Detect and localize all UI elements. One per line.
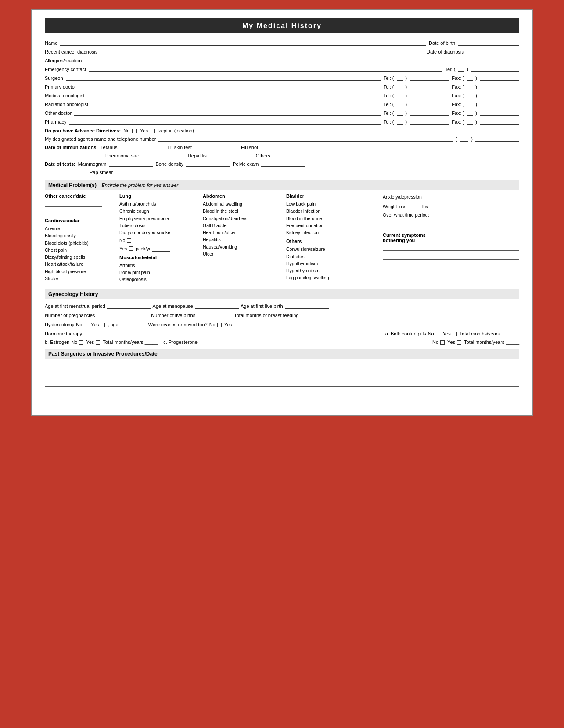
other-doc-tel[interactable] xyxy=(410,110,449,116)
agent-tel-input[interactable] xyxy=(475,136,519,142)
birth-no-checkbox[interactable] xyxy=(436,332,440,336)
bone-input[interactable] xyxy=(186,161,230,167)
list-item: Diabetes xyxy=(286,253,378,260)
pelvic-input[interactable] xyxy=(261,161,305,167)
prog-no-checkbox[interactable] xyxy=(440,340,445,345)
gyn-row1: Age at first menstrual period Age at men… xyxy=(45,303,519,309)
smoke-yes-checkbox[interactable] xyxy=(129,246,133,251)
prog-yes-checkbox[interactable] xyxy=(457,340,461,345)
agent-name-input[interactable] xyxy=(158,136,453,142)
advance-yes-checkbox[interactable] xyxy=(151,129,155,133)
list-item: Dizzy/fainting spells xyxy=(45,253,115,261)
symptom-line-2[interactable] xyxy=(383,253,519,260)
list-item: Bladder infection xyxy=(286,207,378,214)
advance-row: Do you have Advance Directives: No Yes k… xyxy=(45,127,519,133)
rad-onco-fax[interactable] xyxy=(480,101,519,107)
other-doc-fax[interactable] xyxy=(480,110,519,116)
surgery-line-3[interactable] xyxy=(45,390,519,398)
dod-input[interactable] xyxy=(467,48,519,54)
gyn-row4: Hormone therapy: a. Birth control pills … xyxy=(45,330,519,336)
med-onco-row: Medical oncologist Tel: ( ) Fax: ( ) xyxy=(45,92,519,98)
dob-input[interactable] xyxy=(458,39,519,46)
hepatitis-input[interactable] xyxy=(209,152,253,158)
menstrual-input[interactable] xyxy=(107,303,151,309)
smoke-pack-input[interactable] xyxy=(152,246,170,252)
live-births-input[interactable] xyxy=(197,312,232,318)
over-time-label: Over what time period: xyxy=(383,211,519,218)
hyst-yes-checkbox[interactable] xyxy=(101,323,105,327)
primary-fax[interactable] xyxy=(480,83,519,89)
surgeon-fax[interactable] xyxy=(480,75,519,81)
rad-onco-tel[interactable] xyxy=(410,101,449,107)
tetanus-label: Tetanus xyxy=(101,145,118,150)
rad-onco-input[interactable] xyxy=(91,101,381,107)
pap-input[interactable] xyxy=(115,169,159,175)
list-item: Convulsion/seizure xyxy=(286,246,378,253)
breastfeeding-input[interactable] xyxy=(301,312,323,318)
pelvic-label: Pelvic exam xyxy=(233,161,259,167)
estrogen-yes-checkbox[interactable] xyxy=(96,340,100,345)
symptom-line-3[interactable] xyxy=(383,262,519,268)
ovaries-yes-checkbox[interactable] xyxy=(234,323,238,327)
advance-location-input[interactable] xyxy=(197,127,519,133)
symptom-line-1[interactable] xyxy=(383,245,519,251)
first-birth-input[interactable] xyxy=(285,303,329,309)
allergy-input[interactable] xyxy=(84,57,519,63)
list-item: Emphysema pneumonia xyxy=(119,215,198,222)
medical-grid: Other cancer/date Cardiovascular Anemia … xyxy=(45,193,519,283)
surgery-line-1[interactable] xyxy=(45,368,519,375)
med-onco-fax[interactable] xyxy=(480,92,519,98)
other-cancer-input[interactable] xyxy=(45,200,102,207)
past-surgeries-header: Past Surgeries or Invasive Procedures/Da… xyxy=(45,349,519,359)
symptom-line-4[interactable] xyxy=(383,271,519,277)
ovaries-no-checkbox[interactable] xyxy=(217,323,222,327)
surgeon-input[interactable] xyxy=(66,75,381,81)
page: My Medical History Name Date of birth Re… xyxy=(31,9,533,416)
surgeon-tel[interactable] xyxy=(410,75,449,81)
weight-loss-input[interactable] xyxy=(408,202,421,208)
hyst-no-checkbox[interactable] xyxy=(84,323,88,327)
primary-row: Primary doctor Tel: ( ) Fax: ( ) xyxy=(45,83,519,89)
med-onco-input[interactable] xyxy=(87,92,381,98)
birth-months-input[interactable] xyxy=(502,330,519,336)
cancer-input[interactable] xyxy=(100,48,424,54)
hyst-age-input[interactable] xyxy=(120,321,147,327)
flu-input[interactable] xyxy=(261,144,313,150)
advance-no-checkbox[interactable] xyxy=(132,129,137,133)
pharmacy-input[interactable] xyxy=(69,118,381,125)
pap-label: Pap smear xyxy=(90,170,113,175)
birth-yes-checkbox[interactable] xyxy=(453,332,457,336)
list-item: Kidney infection xyxy=(286,229,378,236)
dod-label: Date of diagnosis xyxy=(427,49,464,54)
pneumonia-label: Pneumonia vac xyxy=(105,153,139,158)
menopause-input[interactable] xyxy=(195,303,239,309)
tetanus-input[interactable] xyxy=(120,144,164,150)
hepatitis-label: Hepatitis xyxy=(188,153,207,158)
estrogen-no-checkbox[interactable] xyxy=(79,340,83,345)
pharmacy-row: Pharmacy Tel: ( ) Fax: ( ) xyxy=(45,118,519,125)
other-doc-input[interactable] xyxy=(74,110,381,116)
pneumonia-input[interactable] xyxy=(141,152,185,158)
allergy-label: Allergies/reaction xyxy=(45,58,82,63)
surgery-line-2[interactable] xyxy=(45,379,519,387)
name-input[interactable] xyxy=(60,39,426,46)
time-period-input[interactable] xyxy=(383,220,444,226)
col5: Anxiety/depression Weight loss lbs Over … xyxy=(383,193,519,283)
primary-input[interactable] xyxy=(79,83,381,89)
gyn-row2: Number of pregnancies Number of live bir… xyxy=(45,312,519,318)
list-item: Low back pain xyxy=(286,200,378,207)
emergency-tel-input[interactable] xyxy=(471,66,519,72)
emergency-input[interactable] xyxy=(89,66,442,72)
others-input[interactable] xyxy=(273,152,339,158)
mammogram-input[interactable] xyxy=(109,161,153,167)
tb-input[interactable] xyxy=(194,144,238,150)
med-onco-tel[interactable] xyxy=(410,92,449,98)
other-cancer-input2[interactable] xyxy=(45,209,102,215)
primary-tel[interactable] xyxy=(410,83,449,89)
smoke-no-checkbox[interactable] xyxy=(127,238,131,243)
past-surgeries-section xyxy=(45,368,519,398)
pharmacy-tel[interactable] xyxy=(410,118,449,125)
pregnancies-input[interactable] xyxy=(97,312,149,318)
pharmacy-fax[interactable] xyxy=(480,118,519,125)
others-label: Others xyxy=(256,153,270,158)
